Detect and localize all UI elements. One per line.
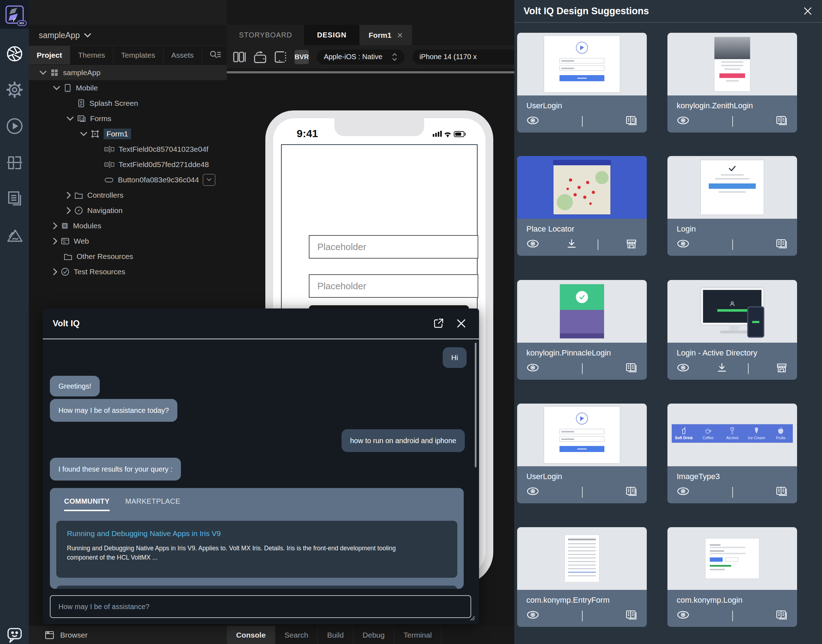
suggestion-card[interactable]: Login - Active Directory: [667, 280, 797, 380]
result-card[interactable]: Running and Debugging Native Apps in Iri…: [56, 521, 457, 578]
forms-library-icon[interactable]: [776, 486, 788, 497]
preview-eye-icon[interactable]: [526, 239, 539, 248]
tab-community[interactable]: COMMUNITY: [64, 497, 110, 511]
chevron-right-icon[interactable]: [53, 222, 57, 229]
preview-eye-icon[interactable]: [677, 610, 690, 620]
result-link[interactable]: Running and Debugging Native Apps in Iri…: [67, 529, 446, 538]
forms-library-icon[interactable]: [626, 486, 638, 497]
suggestion-card[interactable]: Login: [667, 156, 797, 256]
canvas-scroll-strip[interactable]: [227, 71, 514, 74]
tree-item-button[interactable]: Button0fa083e9c36c044: [29, 172, 227, 187]
tab-design[interactable]: DESIGN: [305, 25, 359, 45]
close-icon[interactable]: [456, 319, 466, 328]
voltmx-logo[interactable]: MX: [0, 0, 29, 29]
tab-storyboard[interactable]: STORYBOARD: [227, 25, 305, 45]
chevron-down-icon[interactable]: [67, 117, 74, 121]
analytics-mountain-icon[interactable]: [0, 227, 29, 244]
chevron-down-icon[interactable]: [40, 71, 47, 75]
tab-build[interactable]: Build: [318, 626, 353, 644]
tree-item-other-resources[interactable]: Other Resources: [29, 248, 227, 264]
tree-item-form1[interactable]: Form1: [29, 126, 227, 141]
device-frame-icon[interactable]: [273, 50, 287, 64]
forms-library-icon[interactable]: [626, 115, 638, 126]
forms-library-icon[interactable]: [776, 610, 788, 621]
suggestion-card[interactable]: com.konymp.Login: [667, 527, 797, 627]
chat-assistant-icon[interactable]: [0, 626, 29, 644]
tree-item-test-resources[interactable]: Test Resources: [29, 264, 227, 279]
textfield-widget-2[interactable]: Placeholder: [309, 274, 478, 298]
suggestion-card[interactable]: Soft Drink Coffee Alcohol Ice Cream: [667, 403, 797, 503]
split-view-icon[interactable]: [232, 50, 247, 64]
textfield-widget-1[interactable]: Placeholder: [309, 235, 478, 259]
tab-marketplace[interactable]: MARKETPLACE: [125, 497, 180, 511]
open-external-icon[interactable]: [433, 318, 444, 329]
tree-item-splash-screen[interactable]: Splash Screen: [29, 95, 227, 111]
chevron-down-icon[interactable]: [53, 86, 60, 90]
preview-eye-icon[interactable]: [526, 363, 539, 373]
chevron-right-icon[interactable]: [67, 192, 71, 199]
chat-scrollbar[interactable]: [475, 343, 477, 467]
preview-eye-icon[interactable]: [677, 363, 690, 373]
bvr-button[interactable]: BVR: [294, 50, 309, 64]
tab-search[interactable]: Search: [275, 626, 318, 644]
tree-item-forms[interactable]: Forms: [29, 111, 227, 126]
close-tab-icon[interactable]: [397, 32, 403, 38]
tab-debug[interactable]: Debug: [353, 626, 394, 644]
iris-aperture-icon[interactable]: [0, 46, 29, 62]
marketplace-icon[interactable]: [776, 363, 788, 373]
forms-library-icon[interactable]: [626, 610, 638, 621]
tree-item-mobile[interactable]: Mobile: [29, 80, 227, 95]
tree-item-modules[interactable]: Modules: [29, 218, 227, 233]
forms-library-icon[interactable]: [626, 363, 638, 373]
layout-split-icon[interactable]: [0, 155, 29, 171]
resize-handle[interactable]: [468, 613, 475, 621]
chat-input[interactable]: [51, 596, 471, 617]
close-icon[interactable]: [803, 6, 813, 16]
rotate-device-icon[interactable]: [252, 50, 267, 64]
chevron-down-icon[interactable]: [80, 132, 87, 136]
tree-item-textfield-1[interactable]: TextField0c857041023e04f: [29, 141, 227, 157]
suggestion-card[interactable]: UserLogin: [517, 403, 647, 503]
chevron-right-icon[interactable]: [53, 268, 57, 275]
preview-eye-icon[interactable]: [677, 486, 690, 496]
suggestion-card[interactable]: com.konymp.EntryForm: [517, 527, 647, 627]
forms-library-icon[interactable]: [776, 115, 788, 126]
run-preview-icon[interactable]: [0, 118, 29, 135]
tree-item-sampleapp[interactable]: sampleApp: [29, 65, 227, 80]
tree-item-navigation[interactable]: Navigation: [29, 203, 227, 218]
tree-item-textfield-2[interactable]: TextField0d57fed271dde48: [29, 157, 227, 172]
result-card-partial[interactable]: [56, 586, 457, 589]
tab-project[interactable]: Project: [29, 46, 70, 64]
platform-select[interactable]: Apple-iOS : Native: [317, 49, 405, 64]
preview-eye-icon[interactable]: [526, 115, 539, 126]
app-selector[interactable]: sampleApp: [29, 25, 227, 46]
preview-eye-icon[interactable]: [526, 610, 539, 620]
file-tab-form1[interactable]: Form1: [359, 25, 412, 45]
documents-icon[interactable]: [0, 190, 29, 207]
forms-library-icon[interactable]: [776, 239, 788, 249]
suggestion-card[interactable]: konylogin.ZenithLogin: [667, 33, 797, 132]
tab-console[interactable]: Console: [227, 626, 275, 644]
tab-terminal[interactable]: Terminal: [394, 626, 441, 644]
suggestion-card[interactable]: UserLogin: [517, 33, 647, 132]
chevron-right-icon[interactable]: [67, 207, 71, 214]
preview-eye-icon[interactable]: [526, 486, 539, 496]
suggestion-card[interactable]: konylogin.PinnacleLogin: [517, 280, 647, 380]
tree-item-web[interactable]: Web: [29, 233, 227, 248]
volt-iq-header[interactable]: Volt IQ: [43, 308, 479, 338]
search-icon[interactable]: [209, 49, 221, 60]
tab-templates[interactable]: Templates: [113, 46, 164, 64]
download-icon[interactable]: [716, 363, 727, 373]
preview-eye-icon[interactable]: [677, 239, 690, 248]
device-select[interactable]: iPhone 14 (1170 x: [413, 49, 514, 64]
tab-assets[interactable]: Assets: [164, 46, 202, 64]
widget-dropdown-button[interactable]: [202, 174, 215, 186]
suggestion-card[interactable]: Place Locator: [517, 156, 647, 256]
tab-themes[interactable]: Themes: [70, 46, 113, 64]
settings-gear-icon[interactable]: [0, 81, 29, 98]
download-icon[interactable]: [566, 239, 577, 249]
marketplace-icon[interactable]: [626, 239, 638, 249]
browser-section[interactable]: Browser: [29, 626, 227, 644]
tree-item-controllers[interactable]: Controllers: [29, 187, 227, 203]
preview-eye-icon[interactable]: [677, 115, 690, 126]
